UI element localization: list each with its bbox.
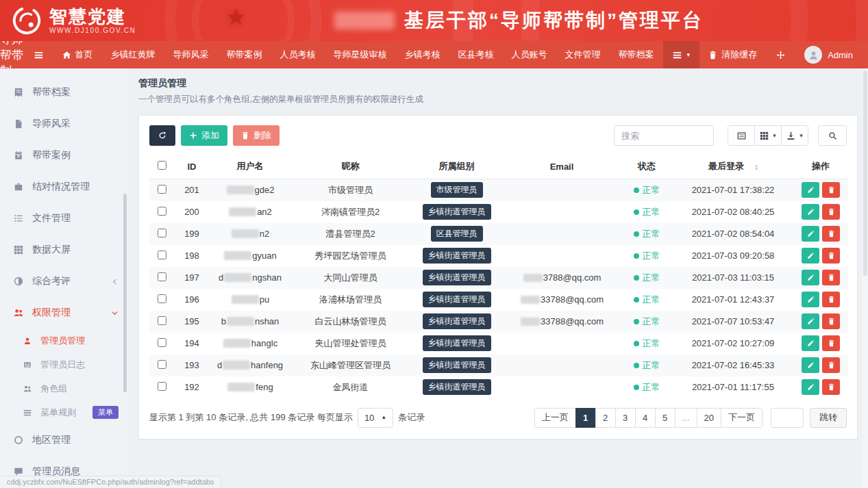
row-checkbox[interactable] <box>158 229 166 237</box>
delete-button[interactable] <box>822 357 840 373</box>
td-last-login: 2021-07-01 11:17:55 <box>673 376 793 398</box>
sidebar-scrollbar[interactable] <box>123 194 127 392</box>
circle-icon <box>14 435 26 445</box>
delete-selected-button[interactable]: 删除 <box>233 125 280 146</box>
nav-item-0[interactable]: 首页 <box>53 41 102 68</box>
jump-button[interactable]: 跳转 <box>810 408 847 428</box>
td-username: bnshan <box>210 311 290 333</box>
delete-button[interactable] <box>822 313 840 329</box>
status-label: 正常 <box>643 185 660 195</box>
page-button-4[interactable]: 4 <box>635 408 656 428</box>
th-6[interactable]: 最后登录▴▾ <box>673 154 793 179</box>
td-username: dhanfeng <box>210 355 290 376</box>
clear-cache-button[interactable]: 清除缓存 <box>699 41 766 68</box>
sidebar-item-10[interactable]: 角色组 <box>0 376 128 400</box>
sidebar-item-1[interactable]: 导师风采 <box>0 108 128 140</box>
sidebar-item-11[interactable]: 菜单规则菜单 <box>0 400 128 424</box>
user-icon <box>23 337 34 345</box>
sidebar-item-0[interactable]: 帮带档案 <box>0 77 128 108</box>
refresh-button[interactable] <box>149 125 175 146</box>
file-icon <box>14 119 26 129</box>
td-last-login: 2021-07-07 10:53:47 <box>673 311 793 333</box>
page-button-3[interactable]: 3 <box>615 408 636 428</box>
sidebar-item-2[interactable]: 帮带案例 <box>0 140 128 171</box>
page-button-下一页[interactable]: 下一页 <box>721 408 762 428</box>
columns-button[interactable]: ▾ <box>754 125 782 146</box>
logo[interactable]: 智慧党建 WWW.DJ100.GOV.CN <box>11 5 136 36</box>
redacted-text <box>223 361 250 370</box>
nav-item-1[interactable]: 乡镇红黄牌 <box>102 41 164 68</box>
page-button-2[interactable]: 2 <box>595 408 616 428</box>
navbar-brand[interactable]: 导师帮带制 <box>0 41 24 68</box>
nav-item-7[interactable]: 区县考核 <box>449 41 503 68</box>
nav-item-9[interactable]: 文件管理 <box>556 41 610 68</box>
page-scrollbar[interactable] <box>863 68 868 488</box>
fullscreen-button[interactable] <box>766 41 795 68</box>
edit-button[interactable] <box>802 182 819 198</box>
sort-icon[interactable]: ▴▾ <box>755 164 758 170</box>
page-scrollbar-thumb[interactable] <box>863 70 867 276</box>
td-actions <box>793 245 848 267</box>
delete-button[interactable] <box>822 182 840 198</box>
td-username: gde2 <box>210 179 290 201</box>
user-menu[interactable]: Admin <box>795 41 868 68</box>
th-5: 状态 <box>621 154 673 179</box>
row-checkbox[interactable] <box>158 316 166 325</box>
edit-button[interactable] <box>802 248 819 264</box>
search-input[interactable] <box>614 125 714 146</box>
sidebar-item-12[interactable]: 地区管理 <box>0 424 128 456</box>
nav-item-8[interactable]: 人员账号 <box>503 41 556 68</box>
row-checkbox[interactable] <box>158 382 166 391</box>
delete-button[interactable] <box>822 335 840 351</box>
delete-button[interactable] <box>822 292 840 307</box>
sidebar-item-4[interactable]: 文件管理 <box>0 203 128 234</box>
edit-button[interactable] <box>802 204 819 220</box>
page-button-1[interactable]: 1 <box>575 408 596 428</box>
toggle-pagination-button[interactable] <box>728 125 755 146</box>
row-checkbox[interactable] <box>158 272 166 281</box>
row-checkbox[interactable] <box>158 207 166 216</box>
nav-item-6[interactable]: 乡镇考核 <box>396 41 449 68</box>
group-badge: 乡镇街道管理员 <box>423 379 491 395</box>
row-checkbox[interactable] <box>158 185 166 194</box>
page-size-select[interactable]: 10 ▲ <box>358 408 393 428</box>
nav-item-label: 人员账号 <box>512 49 547 61</box>
row-checkbox[interactable] <box>158 251 166 259</box>
add-button[interactable]: 添加 <box>181 125 227 146</box>
sidebar-item-9[interactable]: 管理员日志 <box>0 352 128 376</box>
nav-item-10[interactable]: 帮带档案 <box>610 41 663 68</box>
delete-button[interactable] <box>822 379 840 395</box>
edit-button[interactable] <box>802 357 819 373</box>
nav-item-5[interactable]: 导师星级审核 <box>325 41 396 68</box>
sidebar-toggle-button[interactable] <box>24 41 53 68</box>
delete-button[interactable] <box>822 204 840 220</box>
nav-item-2[interactable]: 导师风采 <box>164 41 218 68</box>
sidebar-item-8[interactable]: 管理员管理 <box>0 329 128 352</box>
select-all-checkbox[interactable] <box>158 161 166 170</box>
sidebar-item-3[interactable]: 结对情况管理 <box>0 171 128 203</box>
edit-button[interactable] <box>802 226 819 242</box>
row-checkbox[interactable] <box>158 360 166 369</box>
page-button-5[interactable]: 5 <box>655 408 675 428</box>
edit-button[interactable] <box>802 335 819 351</box>
row-checkbox[interactable] <box>158 338 166 347</box>
edit-button[interactable] <box>802 313 819 329</box>
page-button-20[interactable]: 20 <box>697 408 721 428</box>
delete-button[interactable] <box>822 270 840 285</box>
sidebar-item-5[interactable]: 数据大屏 <box>0 234 128 266</box>
nav-item-4[interactable]: 人员考核 <box>271 41 325 68</box>
edit-button[interactable] <box>802 292 819 307</box>
row-checkbox[interactable] <box>158 294 166 303</box>
more-menu-button[interactable]: ▾ <box>663 41 700 68</box>
page-button-上一页[interactable]: 上一页 <box>534 408 576 428</box>
search-button[interactable] <box>818 125 847 146</box>
export-button[interactable]: ▾ <box>781 125 808 146</box>
nav-item-3[interactable]: 帮带案例 <box>218 41 271 68</box>
sidebar-item-7[interactable]: 权限管理 <box>0 297 128 329</box>
edit-button[interactable] <box>802 270 819 285</box>
edit-button[interactable] <box>802 379 819 395</box>
delete-button[interactable] <box>822 226 840 242</box>
delete-button[interactable] <box>822 248 840 264</box>
jump-page-input[interactable] <box>771 408 804 428</box>
sidebar-item-6[interactable]: 综合考评 <box>0 266 128 297</box>
